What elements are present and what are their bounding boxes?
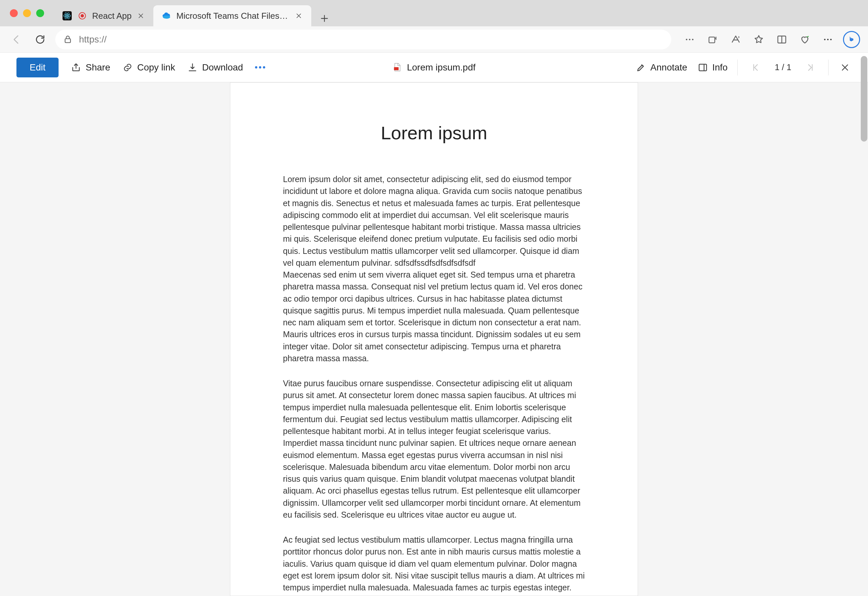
document-page: Lorem ipsum Lorem ipsum dolor sit amet, … [230, 82, 638, 596]
more-dots-icon [255, 66, 265, 68]
svg-rect-18 [699, 64, 706, 71]
svg-point-11 [692, 38, 694, 40]
read-aloud-icon[interactable] [728, 32, 744, 47]
share-button[interactable]: Share [71, 62, 110, 73]
copy-link-label: Copy link [137, 62, 175, 73]
tab-label: Microsoft Teams Chat Files - O [176, 11, 289, 21]
download-button[interactable]: Download [187, 62, 243, 73]
document-canvas[interactable]: Lorem ipsum Lorem ipsum dolor sit amet, … [0, 82, 868, 596]
svg-point-9 [686, 38, 687, 40]
bing-chat-icon[interactable] [843, 31, 860, 48]
collections-icon[interactable] [797, 32, 813, 47]
url-text: https:// [79, 34, 106, 45]
window-controls [10, 9, 44, 17]
info-label: Info [712, 62, 728, 73]
annotate-label: Annotate [651, 62, 687, 73]
svg-point-10 [689, 38, 691, 40]
browser-navbar: https:// [0, 26, 868, 53]
svg-rect-8 [65, 38, 71, 43]
tab-label: React App [92, 11, 131, 21]
document-filename: Lorem ipsum.pdf [407, 62, 476, 73]
scrollbar-thumb[interactable] [861, 56, 867, 142]
tab-react-app[interactable]: React App [54, 5, 154, 26]
info-panel-icon [697, 62, 709, 73]
window-maximize-dot[interactable] [36, 9, 44, 17]
tab-close-icon[interactable] [294, 11, 303, 21]
document-paragraph: Ac feugiat sed lectus vestibulum mattis … [283, 534, 585, 596]
toolbar-right: Annotate Info 1 / 1 [635, 59, 852, 76]
record-icon [77, 10, 87, 21]
close-viewer-button[interactable] [838, 61, 852, 74]
settings-menu-icon[interactable] [820, 32, 836, 47]
next-page-button[interactable] [801, 59, 818, 76]
edit-label: Edit [30, 62, 46, 72]
react-favicon [62, 10, 72, 21]
document-toolbar: Edit Share Copy link Download Lorem ipsu… [0, 53, 868, 82]
svg-point-14 [824, 38, 825, 40]
annotate-button[interactable]: Annotate [635, 62, 687, 73]
link-icon [122, 62, 133, 73]
address-bar[interactable]: https:// [55, 30, 671, 49]
back-button[interactable] [8, 31, 25, 48]
new-tab-button[interactable] [316, 10, 332, 26]
tab-teams-files[interactable]: Microsoft Teams Chat Files - O [154, 5, 311, 26]
refresh-button[interactable] [32, 31, 49, 48]
highlighter-icon [635, 62, 647, 73]
onedrive-favicon [161, 10, 172, 21]
download-icon [187, 62, 198, 73]
toolbar-separator [828, 60, 828, 75]
info-button[interactable]: Info [697, 62, 728, 73]
site-info-icon[interactable] [63, 35, 72, 44]
pdf-file-icon [393, 62, 402, 72]
split-screen-icon[interactable] [774, 32, 790, 47]
svg-point-15 [827, 38, 829, 40]
page-actions-icon[interactable] [682, 32, 698, 47]
svg-point-6 [81, 14, 84, 18]
copy-link-button[interactable]: Copy link [122, 62, 175, 73]
favorite-icon[interactable] [751, 32, 767, 47]
document-heading: Lorem ipsum [283, 122, 585, 143]
document-paragraph: Vitae purus faucibus ornare suspendisse.… [283, 377, 585, 521]
svg-point-1 [66, 15, 68, 17]
edit-button[interactable]: Edit [16, 58, 59, 77]
window-minimize-dot[interactable] [23, 9, 31, 17]
page-indicator: 1 / 1 [775, 62, 791, 72]
extensions-icon[interactable] [705, 32, 720, 47]
tab-close-icon[interactable] [136, 11, 145, 21]
prev-page-button[interactable] [748, 59, 765, 76]
tab-strip: React App Microsoft Teams Chat Files - O [54, 0, 332, 26]
svg-point-16 [830, 38, 832, 40]
svg-rect-12 [709, 37, 715, 43]
svg-rect-17 [394, 67, 399, 70]
document-title: Lorem ipsum.pdf [393, 62, 476, 73]
svg-point-7 [163, 15, 170, 19]
download-label: Download [202, 62, 243, 73]
more-actions-button[interactable] [255, 66, 265, 68]
titlebar: React App Microsoft Teams Chat Files - O [0, 0, 868, 26]
share-label: Share [86, 62, 110, 73]
window-close-dot[interactable] [10, 9, 18, 17]
navbar-right-icons [682, 31, 860, 48]
share-icon [71, 62, 81, 73]
toolbar-separator [737, 60, 738, 75]
document-paragraph: Lorem ipsum dolor sit amet, consectetur … [283, 173, 585, 364]
